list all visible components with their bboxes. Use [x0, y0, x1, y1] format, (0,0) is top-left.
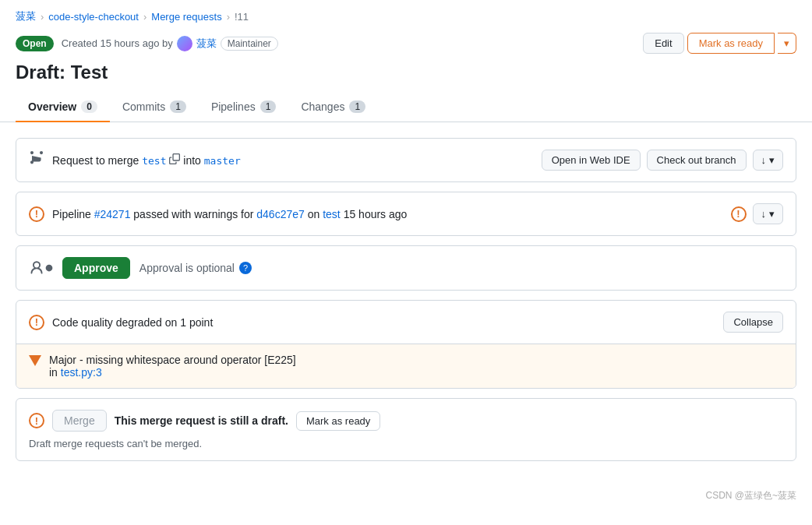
breadcrumb-section[interactable]: Merge requests: [151, 11, 221, 23]
tab-changes-label: Changes: [301, 100, 344, 113]
avatar: [177, 36, 192, 51]
panel-approval-inner: Approve Approval is optional ?: [16, 246, 796, 290]
pipeline-id-link[interactable]: #24271: [94, 208, 131, 220]
pipeline-branch-link[interactable]: test: [323, 208, 341, 220]
approve-button[interactable]: Approve: [62, 257, 130, 279]
mark-ready-dropdown-button[interactable]: [778, 33, 796, 54]
tab-commits-count: 1: [170, 100, 186, 113]
tab-pipelines-count: 1: [260, 100, 277, 113]
code-quality-text: Code quality degraded on 1 point: [52, 316, 213, 329]
merge-draft-text: This merge request is still a draft.: [115, 414, 288, 427]
breadcrumb-repo[interactable]: code-style-checkout: [48, 11, 139, 23]
header-actions: Edit Mark as ready: [643, 33, 796, 54]
pipeline-download-icon: ↓: [761, 208, 767, 220]
code-quality-header: ! Code quality degraded on 1 point Colla…: [16, 301, 796, 344]
tab-pipelines[interactable]: Pipelines 1: [199, 94, 289, 122]
code-quality-panel: ! Code quality degraded on 1 point Colla…: [16, 300, 796, 389]
tab-changes-count: 1: [349, 100, 365, 113]
pipeline-time: 15 hours ago: [344, 208, 408, 220]
merge-request-icon: [29, 150, 44, 170]
breadcrumb: 菠菜 › code-style-checkout › Merge request…: [0, 0, 812, 30]
tab-overview-label: Overview: [28, 100, 76, 113]
pipeline-right: ! ↓: [731, 203, 784, 224]
pipeline-on-text: on: [308, 208, 320, 220]
header-username[interactable]: 菠菜: [196, 37, 217, 51]
target-branch-link[interactable]: master: [204, 155, 241, 167]
merge-into-text: into: [183, 154, 201, 167]
merge-request-text: Request to merge test into master: [52, 153, 241, 167]
pipeline-warning-icon-right: !: [731, 206, 747, 222]
pipeline-download-button[interactable]: ↓: [753, 203, 784, 224]
header-meta: Created 15 hours ago by 菠菜 Maintainer: [62, 36, 278, 51]
tabs: Overview 0 Commits 1 Pipelines 1 Changes…: [0, 94, 812, 122]
collapse-button[interactable]: Collapse: [723, 312, 783, 333]
source-branch-link[interactable]: test: [142, 155, 166, 167]
quality-in-text: in: [49, 366, 58, 379]
breadcrumb-sep-3: ›: [227, 11, 230, 23]
download-icon: ↓: [761, 154, 767, 166]
tab-overview[interactable]: Overview 0: [16, 94, 110, 122]
merge-left: Request to merge test into master: [29, 150, 241, 170]
check-out-branch-button[interactable]: Check out branch: [647, 150, 747, 171]
pipeline-commit-link[interactable]: d46c27e7: [256, 208, 305, 220]
panel-merge-inner: Request to merge test into master Open i…: [16, 139, 796, 181]
chevron-down-icon: [784, 37, 789, 49]
pipeline-warning-icon: !: [29, 206, 44, 222]
quality-issue-file: in test.py:3: [49, 366, 296, 379]
download-chevron-icon: [769, 154, 775, 166]
page-title: Draft: Test: [0, 62, 812, 94]
edit-button[interactable]: Edit: [643, 33, 683, 54]
breadcrumb-sep-2: ›: [143, 11, 147, 23]
breadcrumb-root[interactable]: 菠菜: [16, 9, 36, 23]
watermark: CSDN @蓝绿色~菠菜: [0, 486, 812, 510]
approval-user-icon: [29, 260, 53, 276]
tab-changes[interactable]: Changes 1: [288, 94, 378, 122]
download-button[interactable]: ↓: [753, 150, 784, 171]
panel-quality-inner: ! Code quality degraded on 1 point Colla…: [16, 301, 796, 388]
tab-commits-label: Commits: [122, 100, 165, 113]
pipeline-label: Pipeline: [52, 208, 91, 220]
panel-pipeline-inner: ! Pipeline #24271 passed with warnings f…: [16, 192, 796, 235]
page-header: Open Created 15 hours ago by 菠菜 Maintain…: [0, 30, 812, 62]
merge-sub-text: Draft merge requests can't be merged.: [29, 438, 783, 449]
open-web-ide-button[interactable]: Open in Web IDE: [542, 150, 641, 171]
panel-merge-action-inner: ! Merge This merge request is still a dr…: [16, 399, 796, 460]
approval-optional-label: Approval is optional: [139, 262, 235, 274]
mark-as-ready-button[interactable]: Mark as ready: [687, 33, 775, 54]
approval-panel: Approve Approval is optional ?: [16, 245, 796, 291]
content: Request to merge test into master Open i…: [0, 122, 812, 486]
pipeline-chevron-icon: [769, 208, 775, 220]
merge-button: Merge: [52, 410, 107, 432]
pipeline-text: Pipeline #24271 passed with warnings for…: [52, 208, 407, 220]
merge-action-panel: ! Merge This merge request is still a dr…: [16, 398, 796, 461]
tab-commits[interactable]: Commits 1: [110, 94, 199, 122]
copy-icon[interactable]: [169, 153, 180, 164]
quality-issue-content: Major - missing whitespace around operat…: [49, 354, 296, 379]
severity-triangle-icon: [29, 355, 41, 366]
header-created-text: Created 15 hours ago by: [62, 37, 173, 49]
merge-action-warning-icon: !: [29, 413, 44, 428]
merge-text-prefix: Request to merge: [52, 154, 139, 167]
quality-file-link[interactable]: test.py:3: [61, 366, 102, 379]
tab-pipelines-label: Pipelines: [211, 100, 256, 113]
code-quality-left: ! Code quality degraded on 1 point: [29, 315, 213, 330]
pipeline-left: ! Pipeline #24271 passed with warnings f…: [29, 206, 407, 222]
pipeline-panel: ! Pipeline #24271 passed with warnings f…: [16, 192, 796, 236]
breadcrumb-id: !11: [235, 11, 249, 23]
merge-action-row: ! Merge This merge request is still a dr…: [29, 410, 783, 432]
mark-as-ready-inline-button[interactable]: Mark as ready: [296, 411, 380, 431]
approval-optional-text: Approval is optional ?: [139, 262, 252, 274]
quality-issue-text: Major - missing whitespace around operat…: [49, 354, 296, 366]
breadcrumb-sep-1: ›: [41, 11, 44, 23]
quality-severity: Major: [49, 354, 76, 366]
code-quality-warning-icon: !: [29, 315, 44, 330]
tab-overview-count: 0: [81, 100, 97, 113]
maintainer-badge: Maintainer: [221, 37, 278, 51]
quality-issue-desc: missing whitespace around operator [E225…: [86, 354, 295, 366]
quality-issue-item: Major - missing whitespace around operat…: [16, 344, 796, 388]
merge-right: Open in Web IDE Check out branch ↓: [542, 150, 783, 171]
header-left: Open Created 15 hours ago by 菠菜 Maintain…: [16, 36, 278, 51]
pipeline-status: passed with warnings for: [133, 208, 253, 220]
approval-help-icon[interactable]: ?: [239, 262, 252, 274]
status-badge: Open: [16, 36, 54, 51]
